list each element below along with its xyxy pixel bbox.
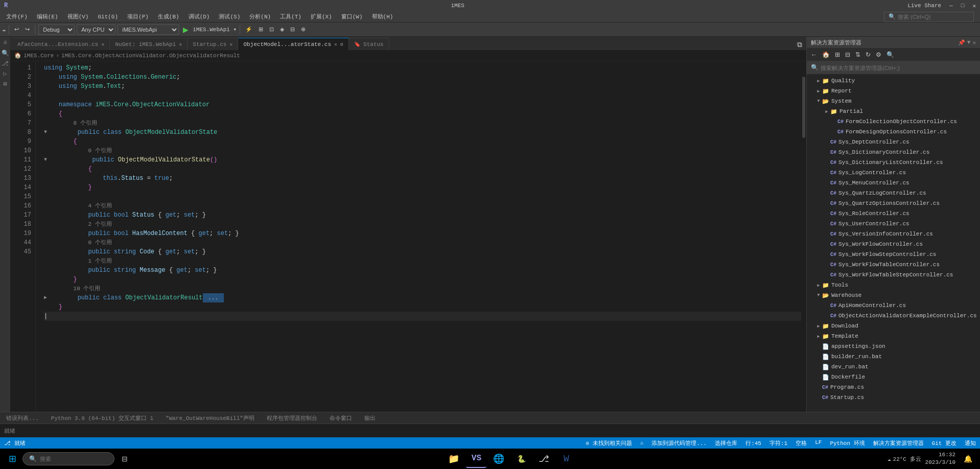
- bottom-tab-declaration[interactable]: "Ware_OutWareHouseBill"声明: [159, 412, 261, 424]
- tree-item-sysworkflowstep[interactable]: C# Sys_WorkFlowStepController.cs: [807, 249, 980, 260]
- bottom-tab-python[interactable]: Python 3.9 (64-bit) 交互式窗口 1: [45, 412, 159, 424]
- panel-close-icon[interactable]: ✕: [972, 39, 976, 46]
- live-share-btn[interactable]: Live Share: [907, 3, 941, 9]
- status-solution-explorer[interactable]: 解决方案资源管理器: [873, 439, 924, 447]
- toolbar-btn3[interactable]: ◈: [278, 25, 286, 34]
- bottom-tab-packagemgr[interactable]: 程序包管理器控制台: [261, 412, 323, 424]
- tree-item-sysworkflow[interactable]: C# Sys_WorkFlowController.cs: [807, 239, 980, 249]
- status-git-changes[interactable]: Git 更改: [932, 439, 956, 447]
- taskbar-search[interactable]: 🔍: [22, 452, 114, 465]
- panel-expand-btn[interactable]: ⊞: [833, 50, 842, 59]
- tab-settings-icon[interactable]: ⚙: [340, 41, 343, 48]
- tab-afac-close[interactable]: ✕: [101, 41, 104, 48]
- menu-file[interactable]: 文件(F): [2, 12, 32, 21]
- bottom-tab-output[interactable]: 输出: [358, 412, 382, 424]
- tab-nuget-close[interactable]: ✕: [179, 41, 182, 48]
- sidebar-debug-icon[interactable]: ▷: [1, 69, 9, 78]
- tab-objectmodel[interactable]: ObjectModel...atorState.cs ✕ ⚙: [238, 38, 349, 50]
- tree-item-template[interactable]: ▶ 📁 Template: [807, 331, 980, 341]
- tree-item-sysrole[interactable]: C# Sys_RoleController.cs: [807, 208, 980, 219]
- tree-item-sysworkflowtable[interactable]: C# Sys_WorkFlowTableController.cs: [807, 260, 980, 270]
- status-warning[interactable]: ⚠: [640, 439, 644, 447]
- sidebar-search-icon[interactable]: 🔍: [1, 49, 9, 57]
- panel-filter-btn[interactable]: ⇅: [853, 50, 862, 59]
- solution-search-bar[interactable]: 🔍: [807, 61, 980, 75]
- menu-extensions[interactable]: 扩展(X): [307, 12, 336, 21]
- taskbar-app-python[interactable]: 🐍: [511, 450, 531, 468]
- split-editor-btn[interactable]: ⧉: [795, 39, 804, 50]
- tree-item-apihome[interactable]: C# ApiHomeController.cs: [807, 300, 980, 311]
- panel-pin-icon[interactable]: 📌: [958, 39, 965, 46]
- panel-back-btn[interactable]: ←: [809, 50, 819, 59]
- code-content[interactable]: using System; using System.Collections.G…: [36, 61, 801, 412]
- tree-item-startup-root[interactable]: C# Startup.cs: [807, 392, 980, 403]
- panel-collapse-btn[interactable]: ⊟: [843, 50, 852, 59]
- redo-btn[interactable]: ↪: [23, 25, 32, 34]
- tab-startup[interactable]: Startup.cs ✕: [188, 38, 238, 50]
- tree-item-report[interactable]: ▶ 📁 Report: [807, 86, 980, 96]
- bottom-tab-command[interactable]: 命令窗口: [323, 412, 358, 424]
- tree-item-devrun[interactable]: 📄 dev_run.bat: [807, 362, 980, 372]
- tree-item-sysdict[interactable]: C# Sys_DictionaryController.cs: [807, 147, 980, 157]
- status-python-env[interactable]: Python 环境: [830, 439, 865, 447]
- run-btn[interactable]: ▶: [181, 26, 191, 34]
- tree-item-program[interactable]: C# Program.cs: [807, 382, 980, 392]
- tab-startup-close[interactable]: ✕: [229, 41, 232, 48]
- maximize-btn[interactable]: □: [961, 3, 965, 9]
- minimize-btn[interactable]: —: [949, 3, 953, 9]
- sidebar-git-icon[interactable]: ⎇: [1, 59, 9, 67]
- platform-dropdown[interactable]: Any CPU: [77, 25, 115, 35]
- toolbar-btn1[interactable]: ⊞: [256, 25, 265, 34]
- sidebar-ext-icon[interactable]: ⊞: [1, 80, 9, 88]
- tree-item-formcollection[interactable]: C# FormCollectionObjectController.cs: [807, 116, 980, 127]
- tab-nuget[interactable]: NuGet: iMES.WebApi ✕: [110, 38, 188, 50]
- start-btn[interactable]: ⊞: [4, 451, 20, 467]
- status-no-issues[interactable]: ⊙ 未找到相关问题: [586, 439, 632, 447]
- tree-item-sysuser[interactable]: C# Sys_UserController.cs: [807, 219, 980, 229]
- tree-item-objvalidator[interactable]: C# ObjectActionValidatorExampleControlle…: [807, 311, 980, 321]
- panel-refresh-btn[interactable]: ↻: [864, 50, 873, 59]
- debug-config-dropdown[interactable]: Debug Release: [38, 25, 75, 35]
- search-input[interactable]: [898, 14, 969, 20]
- menu-view[interactable]: 视图(V): [63, 12, 93, 21]
- tree-item-partial[interactable]: ▶ 📁 Partial: [807, 106, 980, 116]
- attach-btn[interactable]: ⚡: [243, 25, 254, 34]
- tree-item-warehouse[interactable]: ▼ 📂 Warehouse: [807, 290, 980, 300]
- tree-item-sysworkflowtablestep[interactable]: C# Sys_WorkFlowTableStepController.cs: [807, 270, 980, 280]
- path-root[interactable]: 🏠: [14, 52, 21, 59]
- taskbar-app-git[interactable]: ⎇: [533, 450, 554, 468]
- tab-status[interactable]: 🔖 Status: [349, 38, 389, 50]
- menu-analyze[interactable]: 分析(N): [245, 12, 275, 21]
- tree-item-dockerfile[interactable]: 📄 Dockerfile: [807, 372, 980, 382]
- menu-window[interactable]: 窗口(W): [337, 12, 367, 21]
- tree-item-builderrun[interactable]: 📄 builder_run.bat: [807, 351, 980, 362]
- tree-item-appsettings[interactable]: 📄 appsettings.json: [807, 341, 980, 351]
- menu-git[interactable]: Git(G): [94, 13, 122, 21]
- menu-build[interactable]: 生成(B): [154, 12, 183, 21]
- tree-item-sysdictlist[interactable]: C# Sys_DictionaryListController.cs: [807, 157, 980, 168]
- tree-item-system[interactable]: ▼ 📂 System: [807, 96, 980, 106]
- panel-settings-btn[interactable]: ⚙: [874, 50, 883, 59]
- tree-item-sysdept[interactable]: C# Sys_DeptController.cs: [807, 137, 980, 147]
- project-dropdown[interactable]: iMES.WebApi: [118, 25, 179, 35]
- bottom-tab-errors[interactable]: 错误列表...: [0, 412, 45, 424]
- status-branch[interactable]: ⎇ 就绪: [4, 439, 26, 447]
- sidebar-explorer-icon[interactable]: ≡: [1, 39, 9, 47]
- menu-project[interactable]: 项目(P): [123, 12, 153, 21]
- tree-item-tools[interactable]: ▶ 📁 Tools: [807, 280, 980, 290]
- code-editor[interactable]: 1 2 3 4 5 6 7 8 9 10 11 12 13 14 15 16 1…: [10, 61, 806, 412]
- menu-help[interactable]: 帮助(H): [368, 12, 398, 21]
- notification-btn[interactable]: 🔔: [960, 451, 976, 467]
- panel-home-btn[interactable]: 🏠: [820, 50, 832, 59]
- menu-debug[interactable]: 调试(D): [184, 12, 214, 21]
- tree-item-download[interactable]: ▶ 📁 Download: [807, 321, 980, 331]
- tree-item-formdesign[interactable]: C# FormDesignOptionsController.cs: [807, 127, 980, 137]
- editor-scrollbar[interactable]: [801, 61, 806, 412]
- status-select-repo[interactable]: 选择仓库: [715, 439, 737, 447]
- tree-item-sysquartzlog[interactable]: C# Sys_QuartzLogController.cs: [807, 188, 980, 198]
- taskbar-app-vs[interactable]: VS: [466, 450, 486, 468]
- status-notifications[interactable]: 通知: [965, 439, 976, 447]
- close-btn[interactable]: ✕: [972, 3, 976, 9]
- panel-search-btn[interactable]: 🔍: [884, 50, 896, 59]
- tab-afac[interactable]: AfacConta...Extension.cs ✕: [12, 38, 110, 50]
